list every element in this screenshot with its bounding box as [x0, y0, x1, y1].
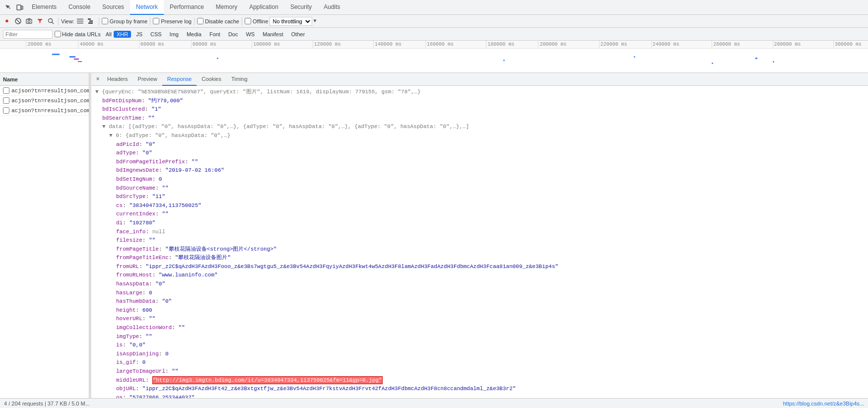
json-key: middleURL — [116, 377, 145, 383]
svg-rect-11 — [88, 18, 91, 20]
detail-tab-preview[interactable]: Preview — [133, 73, 162, 86]
throttle-select[interactable]: No throttling — [269, 17, 312, 26]
inspect-icon[interactable] — [2, 2, 13, 13]
json-line: bdSrcType: "11" — [95, 193, 864, 202]
filter-font-btn[interactable]: Font — [206, 31, 223, 38]
ruler-tick: 200000 ms — [538, 41, 566, 48]
json-line: bdImgnewsDate: "2019-07-02 16:06" — [95, 166, 864, 175]
tab-sources[interactable]: Sources — [96, 0, 130, 15]
timeline-dot-1 — [217, 58, 218, 59]
request-url-2: acjson?tn=resultjson_com&ip... — [11, 98, 89, 104]
request-checkbox-2[interactable] — [3, 97, 9, 104]
request-checkbox-3[interactable] — [3, 107, 9, 114]
main-area: Name acjson?tn=resultjson_com&ip... acjs… — [0, 73, 868, 398]
camera-btn[interactable] — [24, 16, 34, 26]
json-line: bdSourceName: "" — [95, 184, 864, 193]
group-by-frame-checkbox[interactable]: Group by frame — [102, 18, 147, 24]
json-line: middleURL: "http://img3.imgtn.bdimg.com/… — [95, 376, 864, 385]
request-checkbox-1[interactable] — [3, 87, 9, 94]
preserve-log-checkbox[interactable]: Preserve log — [153, 18, 192, 24]
json-line: bdFromPageTitlePrefix: "" — [95, 158, 864, 167]
json-viewer: ▼ {queryEnc: "%E5%9B%8E%E7%89%87", query… — [91, 86, 868, 398]
filter-css-btn[interactable]: CSS — [147, 31, 165, 38]
filter-other-btn[interactable]: Other — [288, 31, 308, 38]
device-toolbar-icon[interactable] — [14, 2, 25, 13]
tab-audits[interactable]: Audits — [318, 0, 346, 15]
status-requests-info: 4 / 204 requests | 37.7 KB / 5.0 M... — [4, 401, 90, 407]
timeline-dot-2 — [503, 60, 505, 61]
request-item-3[interactable]: acjson?tn=resultjson_com&ip... — [0, 106, 89, 116]
preserve-log-input[interactable] — [153, 18, 159, 24]
detail-tab-response[interactable]: Response — [162, 73, 197, 86]
detail-tab-timing[interactable]: Timing — [226, 73, 253, 86]
json-line: adPicId: "0" — [95, 140, 864, 149]
tab-application[interactable]: Application — [243, 0, 284, 15]
json-highlight-value: "http://img3.imgtn.bdimg.com/it/u=383404… — [152, 376, 383, 384]
tab-elements[interactable]: Elements — [26, 0, 63, 15]
tab-memory[interactable]: Memory — [210, 0, 243, 15]
separator-5 — [242, 17, 242, 25]
disable-cache-checkbox[interactable]: Disable cache — [197, 18, 239, 24]
json-line: bdSearchTime: "" — [95, 114, 864, 123]
ruler-tick: 240000 ms — [651, 41, 679, 48]
filter-media-btn[interactable]: Media — [184, 31, 204, 38]
json-line: is: "0,0" — [95, 341, 864, 350]
group-by-frame-input[interactable] — [102, 18, 108, 24]
json-line: currentIndex: "" — [95, 210, 864, 219]
svg-line-7 — [52, 22, 54, 24]
json-line: fromURL: "ippr_z2C$qAzdH3FAzdH3Fooo_z&e3… — [95, 263, 864, 272]
view-list-icon[interactable] — [75, 16, 85, 26]
filter-ws-btn[interactable]: WS — [243, 31, 258, 38]
filter-img-btn[interactable]: Img — [167, 31, 182, 38]
filter-row: Hide data URLs All XHR JS CSS Img Media … — [0, 28, 868, 41]
ruler-tick: 280000 ms — [773, 41, 801, 48]
json-line: cs: "3834047334,113750025" — [95, 202, 864, 210]
filter-btn[interactable] — [35, 16, 45, 26]
tab-network[interactable]: Network — [130, 0, 164, 15]
ruler-tick: 160000 ms — [425, 41, 454, 48]
json-line: hasAspData: "0" — [95, 280, 864, 289]
request-item-1[interactable]: acjson?tn=resultjson_com&ip... — [0, 86, 89, 96]
requests-header-label: Name — [3, 76, 18, 82]
request-item-2[interactable]: acjson?tn=resultjson_com&ip... — [0, 96, 89, 106]
separator-1 — [58, 17, 59, 25]
preserve-log-label: Preserve log — [161, 18, 192, 24]
svg-rect-12 — [89, 20, 93, 22]
detail-close-btn[interactable]: × — [93, 75, 102, 84]
json-line: largeToImageUrl: "" — [95, 367, 864, 376]
ruler-tick: 140000 ms — [373, 41, 401, 48]
ruler-tick: 300000 ms — [833, 41, 862, 48]
timeline-bar-3 — [74, 59, 79, 60]
svg-rect-0 — [17, 5, 21, 10]
group-by-frame-label: Group by frame — [110, 18, 147, 24]
timeline-bar-4 — [78, 61, 82, 62]
clear-btn[interactable] — [13, 16, 23, 26]
view-waterfall-icon[interactable] — [86, 16, 96, 26]
filter-doc-btn[interactable]: Doc — [225, 31, 241, 38]
offline-input[interactable] — [245, 18, 251, 24]
filter-js-btn[interactable]: JS — [133, 31, 145, 38]
tab-console[interactable]: Console — [63, 0, 96, 15]
svg-point-6 — [48, 19, 52, 23]
filter-xhr-btn[interactable]: XHR — [114, 31, 131, 38]
json-line: hoverURL: "" — [95, 315, 864, 324]
ruler-tick: 60000 ms — [139, 41, 164, 48]
hide-data-urls-checkbox[interactable]: Hide data URLs — [55, 31, 101, 37]
svg-rect-1 — [21, 6, 23, 9]
filter-input[interactable] — [3, 30, 53, 39]
network-toolbar: ● View: Group by frame Preserve log Disa… — [0, 15, 868, 28]
json-line: filesize: "" — [95, 236, 864, 245]
detail-tab-cookies[interactable]: Cookies — [197, 73, 226, 86]
tab-security[interactable]: Security — [284, 0, 318, 15]
detail-tab-headers[interactable]: Headers — [102, 73, 133, 86]
search-btn[interactable] — [46, 16, 56, 26]
record-btn[interactable]: ● — [2, 16, 12, 26]
disable-cache-input[interactable] — [197, 18, 203, 24]
filter-manifest-btn[interactable]: Manifest — [260, 31, 286, 38]
tab-performance[interactable]: Performance — [164, 0, 210, 15]
json-line: adType: "0" — [95, 149, 864, 158]
offline-checkbox[interactable]: Offline — [245, 18, 268, 24]
hide-data-urls-input[interactable] — [55, 31, 61, 37]
json-line: fromPageTitle: "攀枝花隔油设备<strong>图片</stron… — [95, 245, 864, 254]
timeline-bar-2 — [69, 56, 75, 58]
